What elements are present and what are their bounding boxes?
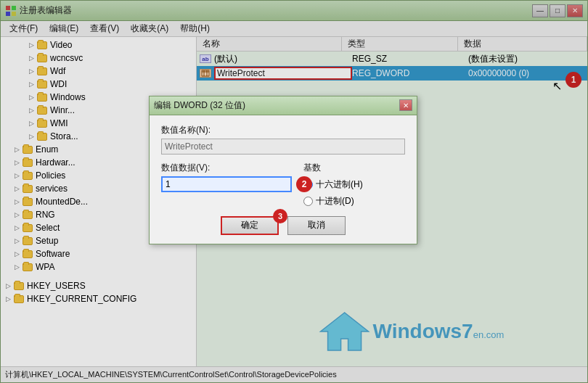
base-label: 基数: [303, 162, 405, 174]
name-label: 数值名称(N):: [161, 124, 405, 136]
modal-title-bar: 编辑 DWORD (32 位值) ✕: [150, 96, 417, 115]
name-group: 数值名称(N):: [161, 124, 405, 155]
badge-2: 2: [296, 176, 312, 192]
radio-dec-label[interactable]: 十进制(D): [303, 195, 405, 207]
radio-group: 十六进制(H) 十进制(D): [303, 178, 405, 207]
button-row: 确定 3 取消: [161, 216, 405, 235]
modal-close-button[interactable]: ✕: [399, 99, 412, 111]
confirm-button[interactable]: 确定: [221, 216, 279, 235]
edit-dword-dialog: 编辑 DWORD (32 位值) ✕ 数值名称(N): 数值数据(V): 2: [149, 96, 417, 244]
data-input[interactable]: [161, 176, 292, 192]
base-section: 基数 十六进制(H) 十进制(D): [303, 162, 405, 207]
name-input: [161, 139, 405, 155]
modal-body: 数值名称(N): 数值数据(V): 2 基数: [150, 115, 417, 244]
modal-overlay: 编辑 DWORD (32 位值) ✕ 数值名称(N): 数值数据(V): 2: [0, 0, 588, 383]
badge-3: 3: [273, 209, 287, 223]
cancel-button[interactable]: 取消: [287, 216, 346, 235]
modal-title: 编辑 DWORD (32 位值): [154, 99, 399, 112]
radio-dec[interactable]: [303, 197, 313, 206]
data-section: 数值数据(V): 2: [161, 162, 292, 207]
data-base-row: 数值数据(V): 2 基数 十六进制(H): [161, 162, 405, 207]
radio-hex-label[interactable]: 十六进制(H): [303, 178, 405, 191]
data-label: 数值数据(V):: [161, 162, 292, 174]
radio-hex-text: 十六进制(H): [316, 178, 363, 191]
radio-dec-text: 十进制(D): [316, 195, 354, 207]
